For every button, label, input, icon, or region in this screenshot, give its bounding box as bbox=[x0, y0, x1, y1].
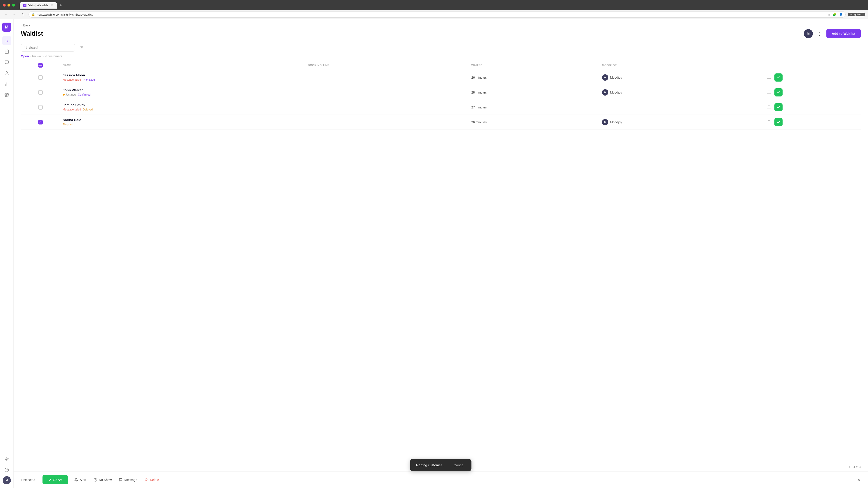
add-to-waitlist-btn[interactable]: Add to Waitlist bbox=[827, 29, 861, 38]
back-link[interactable]: ‹ Back bbox=[21, 24, 30, 27]
tag-failed: Message failed bbox=[63, 108, 81, 111]
alert-btn[interactable]: Alert bbox=[73, 476, 87, 484]
forward-nav-btn[interactable]: → bbox=[11, 11, 18, 18]
address-bar: ← → ↻ 🔒 new.waitwhile.com/visits?visitSt… bbox=[0, 10, 868, 19]
serve-btn[interactable]: Serve bbox=[42, 475, 68, 484]
select-all-checkbox[interactable]: — bbox=[38, 63, 43, 68]
row-checkbox-2[interactable] bbox=[38, 105, 43, 109]
col-waited-header: WAITED bbox=[469, 61, 599, 70]
search-wrap bbox=[21, 44, 75, 52]
sidebar-item-home[interactable]: ⌂ bbox=[2, 36, 11, 45]
moodjoy-avatar: M bbox=[602, 119, 608, 125]
customer-tags: Message failedDelayed bbox=[63, 108, 303, 111]
waitlist-table: — NAME BOOKING TIME WAITED bbox=[21, 61, 861, 130]
svg-rect-0 bbox=[5, 50, 8, 53]
search-icon bbox=[24, 45, 27, 50]
address-icons: ☆ 🧩 👤 bbox=[828, 13, 843, 16]
serve-row-btn[interactable] bbox=[774, 73, 782, 82]
title-bar: M Visits | Waitwhile ✕ + bbox=[0, 0, 868, 10]
new-tab-btn[interactable]: + bbox=[57, 2, 64, 8]
delete-btn[interactable]: Delete bbox=[144, 476, 160, 484]
row-name-cell: Jemina SmithMessage failedDelayed bbox=[60, 100, 305, 115]
row-booking-cell bbox=[305, 100, 469, 115]
sidebar-item-help[interactable] bbox=[2, 465, 11, 475]
row-checkbox-3[interactable]: ✓ bbox=[38, 120, 43, 125]
row-checkbox-cell bbox=[21, 85, 60, 100]
extensions-icon[interactable]: 🧩 bbox=[833, 13, 837, 16]
no-show-btn-label: No Show bbox=[99, 478, 112, 482]
bell-btn[interactable] bbox=[765, 104, 773, 111]
alert-btn-label: Alert bbox=[80, 478, 86, 482]
sidebar-item-flash[interactable] bbox=[2, 455, 11, 464]
row-booking-cell bbox=[305, 85, 469, 100]
row-checkbox-0[interactable] bbox=[38, 75, 43, 80]
main-content: ‹ Back Waitlist M ⋮ Add to Waitlist bbox=[13, 19, 868, 488]
serve-row-btn[interactable] bbox=[774, 103, 782, 111]
tab-close-btn[interactable]: ✕ bbox=[50, 4, 54, 7]
moodjoy-cell: MMoodjoy bbox=[602, 89, 760, 96]
customer-tags: Flagged bbox=[63, 123, 303, 126]
search-input[interactable] bbox=[21, 44, 75, 52]
close-action-bar-btn[interactable]: ✕ bbox=[857, 477, 861, 483]
waited-text: 26 minutes bbox=[471, 76, 487, 79]
moodjoy-name: Moodjoy bbox=[610, 91, 622, 94]
browser-tab[interactable]: M Visits | Waitwhile ✕ bbox=[20, 2, 57, 8]
search-row bbox=[13, 43, 868, 55]
url-bar[interactable]: 🔒 new.waitwhile.com/visits?visitState=wa… bbox=[29, 11, 846, 18]
bell-btn[interactable] bbox=[765, 89, 773, 96]
waited-text: 26 minutes bbox=[471, 121, 487, 124]
sidebar-item-messages[interactable] bbox=[2, 58, 11, 67]
row-actions bbox=[765, 118, 858, 126]
sidebar-item-settings[interactable] bbox=[2, 90, 11, 99]
bell-btn[interactable] bbox=[765, 74, 773, 81]
serve-row-btn[interactable] bbox=[774, 88, 782, 96]
row-moodjoy-cell bbox=[599, 100, 763, 115]
browser-chrome: M Visits | Waitwhile ✕ + ← → ↻ 🔒 new.wai… bbox=[0, 0, 868, 19]
moodjoy-name: Moodjoy bbox=[610, 121, 622, 124]
page-title: Waitlist bbox=[21, 30, 43, 37]
row-moodjoy-cell: MMoodjoy bbox=[599, 70, 763, 85]
minimize-window-btn[interactable] bbox=[7, 4, 10, 6]
message-btn[interactable]: Message bbox=[118, 476, 138, 484]
back-chevron-icon: ‹ bbox=[21, 24, 22, 27]
close-window-btn[interactable] bbox=[3, 4, 6, 6]
tab-bar: M Visits | Waitwhile ✕ + bbox=[17, 1, 865, 8]
row-actions-cell bbox=[763, 115, 861, 130]
tag-delayed: Delayed bbox=[83, 108, 93, 111]
row-name-cell: Sarina DaleFlagged bbox=[60, 115, 305, 130]
maximize-window-btn[interactable] bbox=[12, 4, 15, 6]
row-booking-cell bbox=[305, 70, 469, 85]
back-nav-btn[interactable]: ← bbox=[3, 11, 9, 18]
customer-name: Sarina Dale bbox=[63, 118, 303, 122]
row-moodjoy-cell: MMoodjoy bbox=[599, 115, 763, 130]
alert-cancel-btn[interactable]: Cancel bbox=[452, 462, 466, 468]
col-booking-header: BOOKING TIME bbox=[305, 61, 469, 70]
customer-tags: Message failedPrioritized bbox=[63, 78, 303, 82]
serve-row-btn[interactable] bbox=[774, 118, 782, 126]
status-wait-time: 1m wait bbox=[31, 55, 42, 58]
more-options-btn[interactable]: ⋮ bbox=[815, 30, 824, 38]
customer-name: John Walker bbox=[63, 88, 303, 92]
row-checkbox-1[interactable] bbox=[38, 90, 43, 95]
waited-text: 28 minutes bbox=[471, 91, 487, 94]
profile-icon[interactable]: 👤 bbox=[839, 13, 843, 16]
sidebar-item-users[interactable] bbox=[2, 69, 11, 78]
svg-point-4 bbox=[6, 72, 7, 73]
row-actions-cell bbox=[763, 100, 861, 115]
no-show-btn[interactable]: No Show bbox=[93, 476, 113, 484]
header-row: Waitlist M ⋮ Add to Waitlist bbox=[21, 29, 861, 38]
filter-btn[interactable] bbox=[78, 43, 86, 52]
user-avatar-header[interactable]: M bbox=[804, 29, 813, 38]
table-row: John WalkerJust nowConfirmed28 minutesMM… bbox=[21, 85, 861, 100]
user-avatar-sidebar[interactable]: M bbox=[3, 476, 11, 484]
moodjoy-cell: MMoodjoy bbox=[602, 74, 760, 80]
sidebar-item-calendar[interactable] bbox=[2, 47, 11, 56]
sidebar-bottom: M bbox=[2, 455, 11, 484]
row-actions-cell bbox=[763, 70, 861, 85]
row-booking-cell bbox=[305, 115, 469, 130]
bell-btn[interactable] bbox=[765, 119, 773, 126]
bookmark-icon[interactable]: ☆ bbox=[828, 13, 831, 16]
status-open: Open bbox=[21, 55, 29, 58]
sidebar-item-analytics[interactable] bbox=[2, 79, 11, 89]
refresh-btn[interactable]: ↻ bbox=[20, 11, 26, 18]
